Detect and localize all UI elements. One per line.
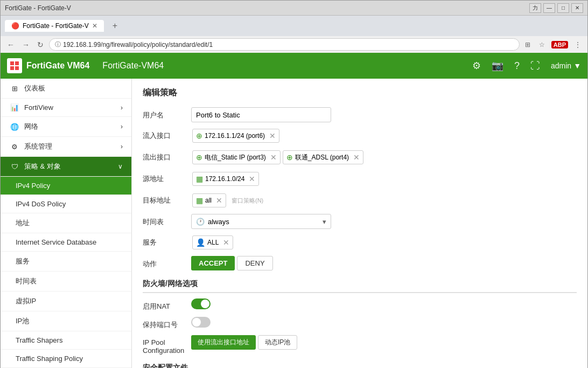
admin-menu-btn[interactable]: admin ▼	[551, 61, 581, 70]
sidebar-item-fortiview[interactable]: 📊 FortiView ›	[1, 99, 131, 117]
schedule-select[interactable]: 🕐 always ▾	[191, 214, 331, 229]
username-control	[191, 107, 577, 122]
src-addr-tag-close-btn[interactable]: ✕	[249, 175, 255, 183]
force-btn[interactable]: 力	[529, 3, 541, 13]
src-addr-label: 源地址	[143, 171, 191, 184]
close-btn[interactable]: ✕	[571, 3, 583, 13]
sidebar-item-sysadmin[interactable]: ⚙ 系统管理 ›	[1, 137, 131, 157]
dst-addr-label: 目标地址	[143, 192, 191, 205]
action-row: 动作 ACCEPT DENY	[143, 256, 577, 270]
sidebar-item-address[interactable]: 地址	[1, 213, 131, 233]
hostname-text: FortiGate-VM64	[102, 61, 164, 71]
port-reserve-toggle-thumb	[192, 318, 201, 327]
outbound-tag1-icon: ⊕	[196, 153, 202, 162]
port-reserve-toggle-track[interactable]	[191, 317, 211, 328]
inbound-tag[interactable]: ⊕ 172.16.1.1/24 (port6) ✕	[192, 129, 279, 143]
sidebar-item-service[interactable]: 服务	[1, 252, 131, 272]
inbound-tag-close-btn[interactable]: ✕	[269, 131, 276, 140]
sidebar-item-virtual-ip[interactable]: 虚拟IP	[1, 291, 131, 311]
network-icon: 🌐	[9, 123, 20, 131]
logo-icon	[7, 58, 22, 73]
sidebar-item-ip-pool[interactable]: IP池	[1, 311, 131, 331]
ip-pool-config-control: 使用流出接口地址 动态IP池	[191, 335, 577, 350]
schedule-chevron-icon: ▾	[323, 218, 326, 226]
sidebar-item-network[interactable]: 🌐 网络 ›	[1, 117, 131, 137]
camera-icon[interactable]: 📷	[492, 60, 503, 72]
deny-btn[interactable]: DENY	[237, 256, 272, 270]
sidebar-label-network: 网络	[24, 122, 38, 131]
forward-btn[interactable]: →	[20, 39, 32, 50]
bookmark-icon[interactable]: ☆	[537, 40, 547, 50]
address-bar[interactable]: ⓘ 192.168.1.99/ng/firewall/policy/policy…	[49, 38, 520, 51]
translate-icon[interactable]: ⊞	[523, 40, 533, 50]
nat-toggle[interactable]	[191, 298, 211, 309]
nat-toggle-thumb	[201, 300, 209, 308]
logo-text: FortiGate VM64	[26, 61, 89, 71]
dynamic-pool-btn[interactable]: 动态IP池	[258, 335, 297, 350]
adblock-icon[interactable]: ABP	[551, 41, 568, 48]
network-chevron-icon: ›	[121, 123, 123, 130]
action-label: 动作	[143, 256, 191, 269]
sidebar-label-service: 服务	[16, 256, 30, 266]
service-tag[interactable]: 👤 ALL ✕	[192, 235, 233, 249]
menu-icon[interactable]: ⋮	[572, 40, 583, 50]
outbound-tag2-close-btn[interactable]: ✕	[353, 153, 360, 162]
accept-btn[interactable]: ACCEPT	[191, 256, 235, 270]
new-tab-btn[interactable]: +	[108, 19, 122, 33]
outbound-label: 流出接口	[143, 149, 191, 162]
schedule-icon: 🕐	[196, 218, 205, 226]
fullscreen-icon[interactable]: ⛶	[530, 60, 540, 72]
sidebar-item-schedule[interactable]: 时间表	[1, 272, 131, 291]
sidebar-label-sysadmin: 系统管理	[24, 142, 52, 151]
nat-toggle-track[interactable]	[191, 298, 211, 309]
maximize-btn[interactable]: □	[557, 3, 569, 13]
use-outbound-btn[interactable]: 使用流出接口地址	[191, 335, 256, 350]
sidebar-label-ipv4-dos: IPv4 DoS Policy	[16, 200, 66, 208]
svg-rect-1	[15, 61, 19, 65]
outbound-tag-1[interactable]: ⊕ 电信_Static IP (port3) ✕	[192, 150, 281, 164]
reload-btn[interactable]: ↻	[35, 39, 46, 50]
sidebar-item-traffic-shapers[interactable]: Traffic Shapers	[1, 331, 131, 350]
page-title: 编辑策略	[143, 87, 577, 99]
service-tag-close-btn[interactable]: ✕	[223, 238, 229, 247]
sidebar-item-policy-obj[interactable]: 🛡 策略 & 对象 ∨	[1, 157, 131, 177]
sidebar-item-dashboard[interactable]: ⊞ 仪表板	[1, 79, 131, 99]
sidebar-item-ipv4-policy[interactable]: IPv4 Policy	[1, 177, 131, 195]
sidebar-label-fortiview: FortiView	[24, 103, 53, 112]
nat-control	[191, 298, 577, 311]
url-text: 192.168.1.99/ng/firewall/policy/policy/s…	[63, 41, 514, 48]
dst-addr-tag[interactable]: ▦ all ✕	[192, 193, 226, 207]
service-control: 👤 ALL ✕	[191, 234, 577, 251]
outbound-tag1-label: 电信_Static IP (port3)	[205, 153, 266, 162]
src-addr-tag-icon: ▦	[196, 175, 203, 183]
firewall-section-header: 防火墙/网络选项	[143, 279, 577, 293]
settings-icon[interactable]: ⚙	[472, 60, 481, 72]
back-btn[interactable]: ←	[5, 39, 17, 50]
browser-tab[interactable]: 🔴 FortiGate - FortiGate-V ✕	[5, 20, 104, 32]
help-icon[interactable]: ?	[514, 60, 520, 72]
sidebar-item-internet-svc-db[interactable]: Internet Service Database	[1, 233, 131, 252]
sidebar-label-internet-svc-db: Internet Service Database	[16, 238, 96, 246]
username-input[interactable]	[191, 107, 331, 122]
dst-addr-tag-icon: ▦	[196, 196, 203, 205]
top-nav-right: ⚙ 📷 ? ⛶ admin ▼	[472, 60, 581, 72]
minimize-btn[interactable]: —	[543, 3, 555, 13]
sidebar-label-policy-obj: 策略 & 对象	[24, 162, 61, 171]
browser-tab-bar: 🔴 FortiGate - FortiGate-V ✕ +	[1, 16, 587, 36]
sidebar-label-ipv4-policy: IPv4 Policy	[16, 182, 50, 190]
sidebar-item-ipv4-dos[interactable]: IPv4 DoS Policy	[1, 195, 131, 213]
sidebar-item-traffic-shaping-policy[interactable]: Traffic Shaping Policy	[1, 350, 131, 368]
port-reserve-toggle[interactable]	[191, 317, 211, 328]
sidebar-label-virtual-ip: 虚拟IP	[16, 296, 36, 306]
main-layout: ⊞ 仪表板 📊 FortiView › 🌐 网络 › ⚙ 系统管理 ›	[1, 79, 587, 368]
tab-close-btn[interactable]: ✕	[92, 22, 97, 30]
service-label: 服务	[143, 234, 191, 247]
outbound-tag-2[interactable]: ⊕ 联通_ADSL (port4) ✕	[283, 150, 363, 164]
admin-label: admin	[551, 61, 571, 70]
dst-addr-tag-close-btn[interactable]: ✕	[216, 196, 222, 205]
src-addr-tag[interactable]: ▦ 172.16.1.0/24 ✕	[192, 172, 259, 186]
window-titlebar: FortiGate - FortiGate-V 力 — □ ✕	[1, 1, 587, 16]
outbound-tag1-close-btn[interactable]: ✕	[270, 153, 277, 162]
service-row: 服务 👤 ALL ✕	[143, 234, 577, 251]
inbound-tag-label: 172.16.1.1/24 (port6)	[205, 132, 265, 140]
